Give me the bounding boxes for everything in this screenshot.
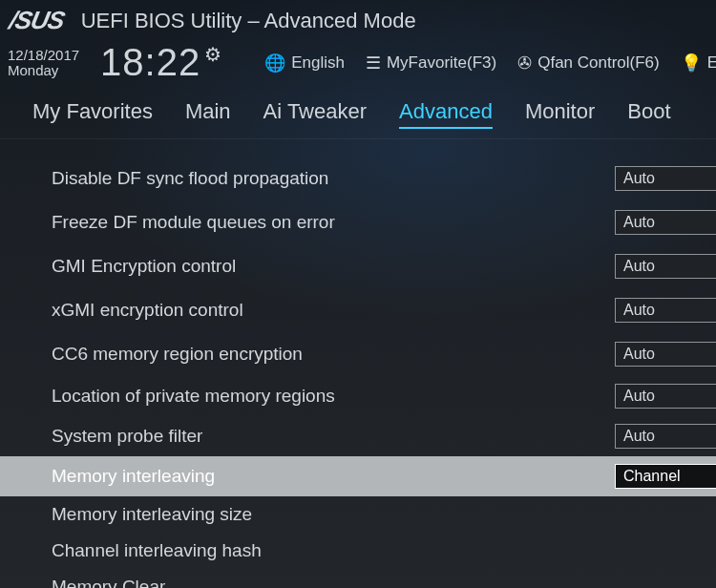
tab-main[interactable]: Main	[185, 99, 231, 129]
tab-ai-tweaker[interactable]: Ai Tweaker	[263, 99, 367, 129]
fan-icon: ✇	[517, 52, 532, 74]
setting-value-cell: Auto	[615, 424, 716, 449]
settings-list: Disable DF sync flood propagationAutoFre…	[0, 139, 716, 588]
setting-row[interactable]: Memory interleavingChannel	[0, 456, 716, 496]
language-label: English	[291, 53, 345, 73]
setting-value-cell: Auto	[615, 298, 716, 323]
tab-advanced[interactable]: Advanced	[399, 99, 493, 129]
setting-label: Memory interleaving size	[52, 504, 615, 525]
setting-label: System probe filter	[52, 426, 615, 447]
setting-value-cell: Auto	[615, 166, 716, 191]
setting-label: GMI Encryption control	[52, 256, 615, 277]
setting-value-cell: Auto	[615, 210, 716, 235]
title-bar: /SUS UEFI BIOS Utility – Advanced Mode	[0, 0, 716, 37]
setting-value-cell: Channel	[615, 464, 716, 489]
setting-label: CC6 memory region encryption	[52, 344, 615, 365]
setting-row[interactable]: CC6 memory region encryptionAuto	[0, 332, 716, 376]
setting-value[interactable]: Auto	[615, 298, 716, 323]
setting-label: Memory Clear	[52, 577, 615, 588]
bulb-icon: 💡	[681, 52, 702, 74]
tab-monitor[interactable]: Monitor	[525, 99, 595, 129]
clock: 18:22 ⚙	[100, 41, 222, 84]
setting-value[interactable]: Auto	[615, 254, 716, 279]
setting-label: Freeze DF module queues on error	[52, 212, 615, 233]
setting-value[interactable]: Auto	[615, 384, 716, 409]
qfan-label: Qfan Control(F6)	[537, 53, 660, 73]
eztune-label: EZ T	[707, 53, 716, 73]
globe-icon: 🌐	[264, 52, 285, 74]
setting-row[interactable]: System probe filterAuto	[0, 416, 716, 456]
info-bar: 12/18/2017 Monday 18:22 ⚙ 🌐 English ☰ My…	[0, 37, 716, 92]
myfavorite-button[interactable]: ☰ MyFavorite(F3)	[366, 52, 496, 74]
setting-label: Location of private memory regions	[52, 386, 615, 407]
setting-value[interactable]: Channel	[615, 464, 716, 489]
setting-row[interactable]: Freeze DF module queues on errorAuto	[0, 200, 716, 244]
date-block: 12/18/2017 Monday	[8, 48, 79, 78]
setting-label: Memory interleaving	[52, 466, 615, 487]
setting-row[interactable]: Memory Clear	[0, 569, 716, 588]
myfavorite-label: MyFavorite(F3)	[387, 53, 496, 73]
setting-value[interactable]: Auto	[615, 166, 716, 191]
day-text: Monday	[8, 63, 79, 78]
tab-row: My Favorites Main Ai Tweaker Advanced Mo…	[0, 92, 716, 139]
setting-value-cell: Auto	[615, 342, 716, 367]
brand-logo: /SUS	[7, 6, 71, 35]
language-selector[interactable]: 🌐 English	[264, 52, 345, 74]
setting-value[interactable]: Auto	[615, 210, 716, 235]
setting-label: Disable DF sync flood propagation	[52, 168, 615, 189]
qfan-button[interactable]: ✇ Qfan Control(F6)	[517, 52, 660, 74]
page-title: UEFI BIOS Utility – Advanced Mode	[81, 9, 416, 33]
setting-row[interactable]: Memory interleaving size	[0, 496, 716, 533]
setting-value-cell: Auto	[615, 254, 716, 279]
setting-row[interactable]: Channel interleaving hash	[0, 533, 716, 569]
setting-label: xGMI encryption control	[52, 300, 615, 321]
setting-row[interactable]: xGMI encryption controlAuto	[0, 288, 716, 332]
tab-my-favorites[interactable]: My Favorites	[32, 99, 153, 129]
setting-value[interactable]: Auto	[615, 424, 716, 449]
setting-row[interactable]: Location of private memory regionsAuto	[0, 376, 716, 416]
setting-row[interactable]: Disable DF sync flood propagationAuto	[0, 157, 716, 200]
setting-value[interactable]: Auto	[615, 342, 716, 367]
setting-row[interactable]: GMI Encryption controlAuto	[0, 244, 716, 288]
eztune-button[interactable]: 💡 EZ T	[681, 52, 716, 74]
setting-label: Channel interleaving hash	[52, 540, 615, 561]
setting-value-cell: Auto	[615, 384, 716, 409]
list-icon: ☰	[366, 52, 381, 74]
tab-boot[interactable]: Boot	[627, 99, 670, 129]
time-text: 18:22	[100, 41, 200, 84]
gear-icon[interactable]: ⚙	[204, 43, 222, 66]
date-text: 12/18/2017	[8, 47, 79, 63]
